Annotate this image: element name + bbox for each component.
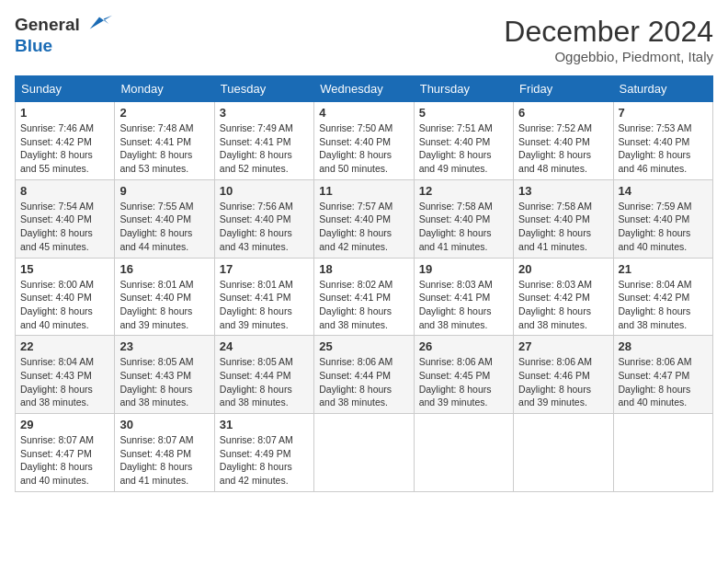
day-number: 3 bbox=[220, 106, 309, 120]
calendar-cell: 14 Sunrise: 7:59 AMSunset: 4:40 PMDaylig… bbox=[613, 179, 712, 258]
cell-content: Sunrise: 8:06 AMSunset: 4:46 PMDaylight:… bbox=[518, 356, 592, 408]
day-number: 27 bbox=[518, 339, 608, 353]
calendar-week-1: 1 Sunrise: 7:46 AMSunset: 4:42 PMDayligh… bbox=[16, 102, 713, 180]
page-header: General Blue December 2024 Oggebbio, Pie… bbox=[15, 15, 713, 64]
weekday-header-sunday: Sunday bbox=[16, 76, 115, 102]
logo: General Blue bbox=[15, 15, 112, 56]
calendar-cell: 30 Sunrise: 8:07 AMSunset: 4:48 PMDaylig… bbox=[115, 414, 214, 492]
calendar-cell: 5 Sunrise: 7:51 AMSunset: 4:40 PMDayligh… bbox=[414, 102, 513, 180]
day-number: 6 bbox=[518, 106, 608, 120]
calendar-cell: 24 Sunrise: 8:05 AMSunset: 4:44 PMDaylig… bbox=[214, 336, 313, 414]
day-number: 31 bbox=[220, 418, 309, 431]
day-number: 17 bbox=[220, 262, 309, 276]
weekday-header-saturday: Saturday bbox=[613, 76, 712, 102]
calendar-cell: 7 Sunrise: 7:53 AMSunset: 4:40 PMDayligh… bbox=[613, 102, 712, 180]
calendar-cell: 25 Sunrise: 8:06 AMSunset: 4:44 PMDaylig… bbox=[314, 336, 414, 414]
day-number: 11 bbox=[319, 184, 408, 198]
weekday-header-tuesday: Tuesday bbox=[214, 76, 313, 102]
cell-content: Sunrise: 8:07 AMSunset: 4:47 PMDaylight:… bbox=[20, 434, 94, 486]
calendar-cell: 3 Sunrise: 7:49 AMSunset: 4:41 PMDayligh… bbox=[214, 102, 313, 180]
day-number: 23 bbox=[119, 339, 209, 353]
logo-bird-icon bbox=[86, 11, 112, 37]
calendar-cell: 21 Sunrise: 8:04 AMSunset: 4:42 PMDaylig… bbox=[613, 258, 712, 336]
cell-content: Sunrise: 8:01 AMSunset: 4:40 PMDaylight:… bbox=[119, 279, 193, 330]
calendar-week-2: 8 Sunrise: 7:54 AMSunset: 4:40 PMDayligh… bbox=[16, 179, 713, 258]
cell-content: Sunrise: 8:00 AMSunset: 4:40 PMDaylight:… bbox=[20, 279, 94, 330]
day-number: 21 bbox=[619, 262, 708, 276]
day-number: 7 bbox=[619, 106, 708, 120]
calendar-cell: 9 Sunrise: 7:55 AMSunset: 4:40 PMDayligh… bbox=[115, 179, 214, 258]
calendar-cell: 29 Sunrise: 8:07 AMSunset: 4:47 PMDaylig… bbox=[16, 414, 115, 492]
cell-content: Sunrise: 8:05 AMSunset: 4:44 PMDaylight:… bbox=[220, 356, 293, 408]
calendar-cell: 26 Sunrise: 8:06 AMSunset: 4:45 PMDaylig… bbox=[414, 336, 513, 414]
cell-content: Sunrise: 8:03 AMSunset: 4:42 PMDaylight:… bbox=[518, 279, 592, 330]
day-number: 9 bbox=[119, 184, 209, 198]
calendar-cell: 27 Sunrise: 8:06 AMSunset: 4:46 PMDaylig… bbox=[514, 336, 613, 414]
day-number: 18 bbox=[319, 262, 408, 276]
weekday-header-friday: Friday bbox=[514, 76, 613, 102]
calendar-cell: 18 Sunrise: 8:02 AMSunset: 4:41 PMDaylig… bbox=[314, 258, 414, 336]
cell-content: Sunrise: 7:54 AMSunset: 4:40 PMDaylight:… bbox=[20, 201, 94, 252]
day-number: 28 bbox=[619, 339, 708, 353]
cell-content: Sunrise: 8:07 AMSunset: 4:49 PMDaylight:… bbox=[220, 434, 293, 486]
cell-content: Sunrise: 7:58 AMSunset: 4:40 PMDaylight:… bbox=[518, 201, 592, 252]
day-number: 2 bbox=[119, 106, 209, 120]
month-title: December 2024 bbox=[504, 15, 713, 49]
calendar-cell: 23 Sunrise: 8:05 AMSunset: 4:43 PMDaylig… bbox=[115, 336, 214, 414]
location-text: Oggebbio, Piedmont, Italy bbox=[504, 49, 713, 64]
calendar-cell: 6 Sunrise: 7:52 AMSunset: 4:40 PMDayligh… bbox=[514, 102, 613, 180]
logo-text-blue: Blue bbox=[15, 37, 112, 56]
cell-content: Sunrise: 8:07 AMSunset: 4:48 PMDaylight:… bbox=[119, 434, 193, 486]
title-block: December 2024 Oggebbio, Piedmont, Italy bbox=[504, 15, 713, 64]
cell-content: Sunrise: 8:04 AMSunset: 4:43 PMDaylight:… bbox=[20, 356, 94, 408]
calendar-cell: 1 Sunrise: 7:46 AMSunset: 4:42 PMDayligh… bbox=[16, 102, 115, 180]
calendar-cell: 15 Sunrise: 8:00 AMSunset: 4:40 PMDaylig… bbox=[16, 258, 115, 336]
day-number: 25 bbox=[319, 339, 408, 353]
calendar-cell bbox=[314, 414, 414, 492]
cell-content: Sunrise: 8:06 AMSunset: 4:45 PMDaylight:… bbox=[419, 356, 493, 408]
logo-text-general: General bbox=[15, 15, 80, 34]
calendar-table: SundayMondayTuesdayWednesdayThursdayFrid… bbox=[15, 75, 713, 492]
cell-content: Sunrise: 8:06 AMSunset: 4:47 PMDaylight:… bbox=[619, 356, 692, 408]
svg-marker-0 bbox=[90, 16, 112, 29]
calendar-cell: 8 Sunrise: 7:54 AMSunset: 4:40 PMDayligh… bbox=[16, 179, 115, 258]
cell-content: Sunrise: 7:58 AMSunset: 4:40 PMDaylight:… bbox=[419, 201, 493, 252]
calendar-cell: 16 Sunrise: 8:01 AMSunset: 4:40 PMDaylig… bbox=[115, 258, 214, 336]
day-number: 10 bbox=[220, 184, 309, 198]
cell-content: Sunrise: 8:02 AMSunset: 4:41 PMDaylight:… bbox=[319, 279, 392, 330]
day-number: 24 bbox=[220, 339, 309, 353]
calendar-cell: 13 Sunrise: 7:58 AMSunset: 4:40 PMDaylig… bbox=[514, 179, 613, 258]
weekday-header-thursday: Thursday bbox=[414, 76, 513, 102]
day-number: 1 bbox=[20, 106, 109, 120]
calendar-cell: 20 Sunrise: 8:03 AMSunset: 4:42 PMDaylig… bbox=[514, 258, 613, 336]
cell-content: Sunrise: 7:46 AMSunset: 4:42 PMDaylight:… bbox=[20, 122, 94, 174]
cell-content: Sunrise: 7:53 AMSunset: 4:40 PMDaylight:… bbox=[619, 122, 692, 174]
cell-content: Sunrise: 7:52 AMSunset: 4:40 PMDaylight:… bbox=[518, 122, 592, 174]
cell-content: Sunrise: 8:03 AMSunset: 4:41 PMDaylight:… bbox=[419, 279, 493, 330]
calendar-cell: 11 Sunrise: 7:57 AMSunset: 4:40 PMDaylig… bbox=[314, 179, 414, 258]
day-number: 14 bbox=[619, 184, 708, 198]
day-number: 20 bbox=[518, 262, 608, 276]
calendar-cell: 12 Sunrise: 7:58 AMSunset: 4:40 PMDaylig… bbox=[414, 179, 513, 258]
calendar-body: 1 Sunrise: 7:46 AMSunset: 4:42 PMDayligh… bbox=[16, 102, 713, 492]
calendar-cell: 4 Sunrise: 7:50 AMSunset: 4:40 PMDayligh… bbox=[314, 102, 414, 180]
weekday-header-monday: Monday bbox=[115, 76, 214, 102]
cell-content: Sunrise: 7:55 AMSunset: 4:40 PMDaylight:… bbox=[119, 201, 193, 252]
calendar-cell: 22 Sunrise: 8:04 AMSunset: 4:43 PMDaylig… bbox=[16, 336, 115, 414]
day-number: 8 bbox=[20, 184, 109, 198]
calendar-cell: 17 Sunrise: 8:01 AMSunset: 4:41 PMDaylig… bbox=[214, 258, 313, 336]
cell-content: Sunrise: 7:48 AMSunset: 4:41 PMDaylight:… bbox=[119, 122, 193, 174]
day-number: 22 bbox=[20, 339, 109, 353]
calendar-week-5: 29 Sunrise: 8:07 AMSunset: 4:47 PMDaylig… bbox=[16, 414, 713, 492]
cell-content: Sunrise: 7:59 AMSunset: 4:40 PMDaylight:… bbox=[619, 201, 692, 252]
cell-content: Sunrise: 7:50 AMSunset: 4:40 PMDaylight:… bbox=[319, 122, 392, 174]
calendar-week-3: 15 Sunrise: 8:00 AMSunset: 4:40 PMDaylig… bbox=[16, 258, 713, 336]
calendar-cell: 28 Sunrise: 8:06 AMSunset: 4:47 PMDaylig… bbox=[613, 336, 712, 414]
calendar-cell: 2 Sunrise: 7:48 AMSunset: 4:41 PMDayligh… bbox=[115, 102, 214, 180]
day-number: 16 bbox=[119, 262, 209, 276]
day-number: 5 bbox=[419, 106, 508, 120]
day-number: 15 bbox=[20, 262, 109, 276]
day-number: 30 bbox=[119, 418, 209, 431]
calendar-header-row: SundayMondayTuesdayWednesdayThursdayFrid… bbox=[16, 76, 713, 102]
day-number: 29 bbox=[20, 418, 109, 431]
